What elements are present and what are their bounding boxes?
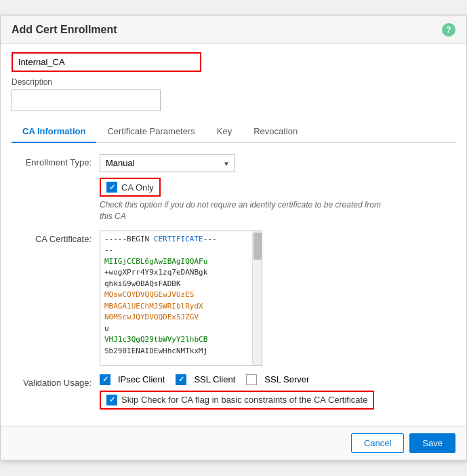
scrollbar-track[interactable] xyxy=(252,231,262,365)
ipsec-client-label: IPsec Client xyxy=(118,374,165,384)
ca-certificate-row: CA Certificate: -----BEGIN CERTIFICATE--… xyxy=(12,231,455,366)
add-cert-enrollment-dialog: Add Cert Enrollment ? Description CA Inf… xyxy=(0,16,467,460)
ca-certificate-label: CA Certificate: xyxy=(12,231,100,244)
tab-content-ca-info: Enrollment Type: Manual SCEP EST ▼ xyxy=(12,143,455,410)
name-input[interactable] xyxy=(12,52,201,72)
cancel-button[interactable]: Cancel xyxy=(351,433,404,453)
ssl-client-checkbox[interactable] xyxy=(176,374,186,385)
ssl-server-checkbox[interactable] xyxy=(246,374,257,385)
ssl-server-item: SSL Server xyxy=(246,374,309,385)
tab-revocation[interactable]: Revocation xyxy=(243,121,308,143)
ca-certificate-content: -----BEGIN CERTIFICATE--- -- MIIGjCCBL6g… xyxy=(100,231,455,366)
scrollbar-thumb[interactable] xyxy=(253,233,262,260)
tab-key[interactable]: Key xyxy=(206,121,243,143)
save-button[interactable]: Save xyxy=(409,433,455,453)
tab-ca-information[interactable]: CA Information xyxy=(12,121,96,143)
skip-check-checkbox[interactable] xyxy=(106,395,117,405)
dialog-title: Add Cert Enrollment xyxy=(12,24,117,36)
validation-usage-label: Validation Usage: xyxy=(12,374,100,388)
ca-certificate-textarea[interactable]: -----BEGIN CERTIFICATE--- -- MIIGjCCBL6g… xyxy=(100,231,253,366)
validation-usage-content: IPsec Client SSL Client SSL Server xyxy=(100,374,455,410)
dialog-header: Add Cert Enrollment ? xyxy=(1,16,466,44)
skip-check-row: Skip Check for CA flag in basic constrai… xyxy=(100,391,374,410)
ssl-client-label: SSL Client xyxy=(194,374,235,384)
ipsec-client-item: IPsec Client xyxy=(100,374,165,385)
ca-only-row: CA Only xyxy=(100,178,161,197)
ssl-client-item: SSL Client xyxy=(176,374,235,385)
cert-text: -----BEGIN CERTIFICATE--- -- MIIGjCCBL6g… xyxy=(104,234,249,357)
dialog-footer: Cancel Save xyxy=(1,426,466,460)
ca-only-checkbox[interactable] xyxy=(106,182,117,193)
enrollment-type-select[interactable]: Manual SCEP EST xyxy=(100,154,235,172)
tab-certificate-parameters[interactable]: Certificate Parameters xyxy=(96,121,205,143)
enrollment-type-label: Enrollment Type: xyxy=(12,154,100,167)
enrollment-type-dropdown-wrap: Manual SCEP EST ▼ xyxy=(100,154,235,172)
validation-checkboxes: IPsec Client SSL Client SSL Server xyxy=(100,374,455,385)
ipsec-client-checkbox[interactable] xyxy=(100,374,110,385)
skip-check-label: Skip Check for CA flag in basic constrai… xyxy=(121,395,367,405)
ca-only-hint: Check this option if you do not require … xyxy=(100,199,384,222)
enrollment-type-content: Manual SCEP EST ▼ CA Only Check this opt… xyxy=(100,154,455,222)
description-input[interactable] xyxy=(12,90,161,111)
dialog-body: Description CA Information Certificate P… xyxy=(1,44,466,426)
validation-usage-row: Validation Usage: IPsec Client SSL Clien… xyxy=(12,374,455,410)
description-label: Description xyxy=(12,77,455,87)
ca-only-label: CA Only xyxy=(121,182,154,193)
help-icon[interactable]: ? xyxy=(442,23,455,37)
ssl-server-label: SSL Server xyxy=(264,374,309,384)
tabs-bar: CA Information Certificate Parameters Ke… xyxy=(12,121,455,143)
enrollment-type-row: Enrollment Type: Manual SCEP EST ▼ xyxy=(12,154,455,222)
